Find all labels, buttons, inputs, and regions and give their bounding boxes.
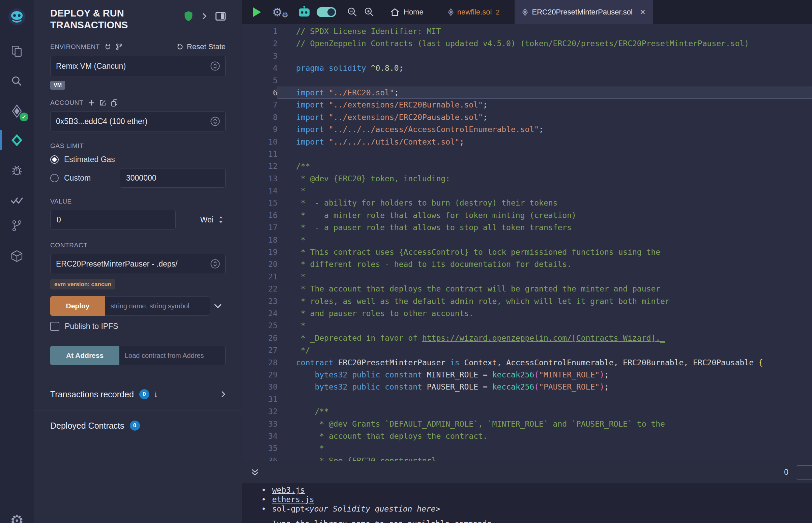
line-number: 35 [242, 442, 278, 454]
line-number: 6 [242, 87, 278, 99]
reset-state-button[interactable]: Reset State [176, 42, 226, 51]
code-line[interactable]: 16 * - a minter role that allows for tok… [242, 209, 812, 221]
account-select[interactable]: 0x5B3...eddC4 (100 ether) [50, 111, 226, 131]
terminal-search-box[interactable] [796, 465, 812, 480]
constructor-params-input[interactable] [105, 296, 210, 316]
code-line[interactable]: 23 * roles, as well as the default admin… [242, 295, 812, 307]
code-line[interactable]: 14 * [242, 185, 812, 197]
unit-testing-item[interactable] [0, 188, 34, 212]
unit-stepper-icon[interactable] [218, 215, 224, 224]
plugin-manager-item[interactable] [0, 244, 34, 268]
custom-gas-input[interactable] [120, 168, 226, 188]
at-address-button[interactable]: At Address [50, 346, 119, 365]
run-script-button[interactable] [252, 6, 262, 18]
terminal-link[interactable]: web3.js [272, 485, 305, 495]
code-line[interactable]: 31 [242, 393, 812, 405]
transactions-recorded-section[interactable]: Transactions recorded 0 i [50, 379, 226, 399]
code-line[interactable]: 30 bytes32 public constant PAUSER_ROLE =… [242, 381, 812, 393]
robot-icon [297, 6, 311, 19]
settings-icon[interactable]: ⚙ [0, 511, 34, 523]
debugger-item[interactable] [0, 158, 34, 183]
line-number: 12 [242, 160, 278, 172]
code-line[interactable]: 34 * account that deploys the contract. [242, 430, 812, 442]
ai-toggle[interactable] [317, 7, 336, 17]
zoom-out-button[interactable] [347, 7, 358, 18]
code-line[interactable]: 7import "../extensions/ERC20Burnable.sol… [242, 99, 812, 111]
chevron-right-icon[interactable] [202, 13, 207, 20]
code-line[interactable]: 27 */ [242, 344, 812, 356]
code-line[interactable]: 11 [242, 148, 812, 160]
code-line[interactable]: 26 * _Deprecated in favor of https://wiz… [242, 332, 812, 344]
code-line[interactable]: 2// OpenZeppelin Contracts (last updated… [242, 37, 812, 50]
deploy-button[interactable]: Deploy [50, 296, 105, 316]
file-explorer-item[interactable] [0, 39, 34, 64]
contract-select[interactable]: ERC20PresetMinterPauser - .deps/ [50, 254, 226, 274]
edit-icon[interactable] [100, 100, 106, 106]
code-line[interactable]: 10import "../../../utils/Context.sol"; [242, 136, 812, 148]
plug-icon[interactable] [105, 43, 111, 50]
code-line[interactable]: 17 * - a pauser role that allows to stop… [242, 221, 812, 234]
deploy-run-item[interactable] [0, 128, 34, 152]
code-line[interactable]: 9import "../../../access/AccessControlEn… [242, 123, 812, 136]
at-address-input[interactable] [119, 346, 226, 365]
custom-gas-radio[interactable] [50, 174, 59, 182]
code-line[interactable]: 32 /** [242, 405, 812, 417]
solidity-compiler-item[interactable]: ✓ [0, 99, 34, 123]
pin-panel-icon[interactable] [215, 12, 226, 21]
environment-select[interactable]: Remix VM (Cancun) [50, 56, 226, 76]
code-line[interactable]: 6import "../ERC20.sol"; [242, 87, 812, 99]
script-config-button[interactable]: ⚙ ⚙ [272, 5, 288, 20]
close-tab-icon[interactable]: × [640, 8, 646, 17]
activity-bar: ✓ ⚙ [0, 0, 34, 523]
branch-icon [12, 220, 22, 232]
code-line[interactable]: 3 [242, 50, 812, 62]
code-line[interactable]: 21 * [242, 271, 812, 283]
info-icon[interactable]: i [155, 390, 157, 399]
value-unit[interactable]: Wei [200, 215, 213, 224]
code-line[interactable]: 36 * See {ERC20-constructor}. [242, 455, 812, 461]
line-number: 22 [242, 283, 278, 295]
code-line[interactable]: 4pragma solidity ^0.8.0; [242, 62, 812, 74]
line-number: 14 [242, 185, 278, 197]
publish-ipfs-checkbox[interactable] [50, 322, 59, 331]
deployed-contracts-section[interactable]: Deployed Contracts 0 [50, 411, 226, 431]
code-line[interactable]: 22 * The account that deploys the contra… [242, 283, 812, 295]
code-line[interactable]: 1// SPDX-License-Identifier: MIT [242, 25, 812, 37]
code-editor[interactable]: 1// SPDX-License-Identifier: MIT2// Open… [242, 24, 812, 461]
terminal-link[interactable]: ethers.js [272, 495, 314, 504]
estimated-gas-radio[interactable] [50, 155, 59, 164]
code-line[interactable]: 35 * [242, 442, 812, 454]
tab-home[interactable]: Home [385, 0, 429, 24]
copy-icon[interactable] [111, 99, 118, 107]
code-line[interactable]: 5 [242, 74, 812, 87]
code-line[interactable]: 12/** [242, 160, 812, 172]
terminal-output[interactable]: •web3.js•ethers.js•sol-gpt <your Solidit… [242, 483, 812, 523]
code-line[interactable]: 29 bytes32 public constant MINTER_ROLE =… [242, 369, 812, 381]
value-input[interactable] [50, 210, 176, 230]
line-number: 3 [242, 50, 278, 62]
code-line[interactable]: 20 * different roles - head to its docum… [242, 258, 812, 270]
tab-erc20-preset[interactable]: ERC20PresetMinterPauser.sol × [515, 0, 653, 24]
code-line[interactable]: 33 * @dev Grants `DEFAULT_ADMIN_ROLE`, `… [242, 418, 812, 430]
tab-newfile[interactable]: newfile.sol 2 [441, 0, 507, 24]
fork-icon[interactable] [116, 43, 122, 50]
expand-params-button[interactable] [210, 296, 226, 316]
code-line[interactable]: 19 * This contract uses {AccessControl} … [242, 246, 812, 258]
code-line[interactable]: 15 * - ability for holders to burn (dest… [242, 197, 812, 209]
remix-logo[interactable] [0, 5, 34, 29]
line-number: 16 [242, 209, 278, 221]
code-line[interactable]: 8import "../extensions/ERC20Pausable.sol… [242, 111, 812, 123]
zoom-in-button[interactable] [364, 7, 375, 18]
search-item[interactable] [0, 69, 34, 93]
code-line[interactable]: 28contract ERC20PresetMinterPauser is Co… [242, 357, 812, 369]
line-number: 19 [242, 246, 278, 258]
expand-terminal-button[interactable] [250, 469, 259, 476]
code-line[interactable]: 18 * [242, 234, 812, 246]
code-line[interactable]: 13 * @dev {ERC20} token, including: [242, 173, 812, 185]
code-line[interactable]: 25 * [242, 320, 812, 331]
ai-assistant-button[interactable] [297, 6, 311, 19]
chevron-right-icon[interactable] [221, 391, 226, 398]
add-account-icon[interactable] [88, 100, 95, 106]
code-line[interactable]: 24 * and pauser roles to other accounts. [242, 307, 812, 320]
git-item[interactable] [0, 214, 34, 238]
